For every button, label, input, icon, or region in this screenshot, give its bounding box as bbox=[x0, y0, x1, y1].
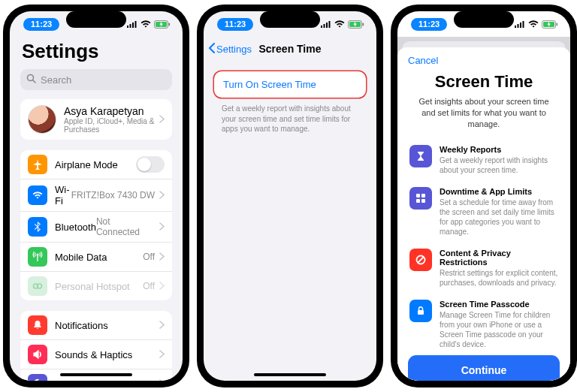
chevron-right-icon bbox=[159, 188, 165, 202]
wifi-icon bbox=[334, 20, 345, 28]
mobile-data-row[interactable]: Mobile Data Off bbox=[20, 243, 172, 272]
airplane-mode-row[interactable]: Airplane Mode bbox=[20, 150, 172, 179]
svg-rect-6 bbox=[169, 23, 171, 26]
nav-title: Screen Time bbox=[204, 43, 376, 55]
airplane-toggle[interactable] bbox=[136, 156, 165, 173]
svg-rect-0 bbox=[127, 26, 128, 28]
feature-title: Downtime & App Limits bbox=[440, 187, 558, 196]
wifi-label: Wi-Fi bbox=[55, 184, 71, 207]
nav-bar: Settings Screen Time bbox=[204, 37, 376, 61]
svg-rect-15 bbox=[324, 24, 325, 28]
svg-line-33 bbox=[418, 257, 424, 263]
svg-rect-1 bbox=[130, 24, 131, 28]
hotspot-label: Personal Hotspot bbox=[55, 281, 143, 292]
chevron-right-icon bbox=[159, 348, 165, 361]
svg-rect-2 bbox=[132, 23, 134, 28]
status-time: 11:23 bbox=[217, 18, 253, 31]
notch bbox=[454, 11, 514, 28]
bluetooth-icon bbox=[28, 217, 47, 237]
moon-icon bbox=[28, 374, 47, 381]
status-time: 11:23 bbox=[23, 18, 59, 31]
svg-line-8 bbox=[33, 80, 36, 83]
svg-rect-22 bbox=[518, 24, 519, 28]
svg-rect-21 bbox=[515, 26, 516, 28]
phone-screentime-setting: 11:23 Settings Screen Time Turn On Scree… bbox=[197, 5, 383, 387]
svg-rect-14 bbox=[321, 26, 322, 28]
chevron-right-icon bbox=[159, 318, 165, 332]
notch bbox=[66, 11, 126, 28]
svg-rect-30 bbox=[416, 199, 420, 203]
cancel-button[interactable]: Cancel bbox=[408, 55, 438, 66]
svg-rect-29 bbox=[421, 194, 425, 198]
notifications-label: Notifications bbox=[55, 320, 159, 331]
chevron-right-icon bbox=[159, 220, 165, 234]
airplane-label: Airplane Mode bbox=[55, 159, 136, 170]
profile-sub: Apple ID, iCloud+, Media & Purchases bbox=[64, 117, 159, 134]
avatar bbox=[28, 105, 56, 134]
sounds-row[interactable]: Sounds & Haptics bbox=[20, 340, 172, 369]
battery-icon bbox=[154, 20, 171, 29]
svg-rect-28 bbox=[416, 194, 420, 198]
svg-rect-24 bbox=[523, 21, 524, 28]
svg-rect-20 bbox=[363, 23, 364, 26]
bluetooth-label: Bluetooth bbox=[55, 222, 96, 233]
feature-desc: Manage Screen Time for children from you… bbox=[440, 310, 558, 349]
feature-downtime: Downtime & App LimitsSet a schedule for … bbox=[408, 181, 560, 243]
hotspot-value: Off bbox=[143, 281, 155, 291]
onboarding-sheet: Cancel Screen Time Get insights about yo… bbox=[397, 47, 570, 381]
feature-desc: Restrict settings for explicit content, … bbox=[440, 268, 558, 288]
search-icon bbox=[26, 74, 36, 86]
airplane-icon bbox=[28, 155, 47, 174]
search-input[interactable]: Search bbox=[20, 69, 172, 90]
sounds-label: Sounds & Haptics bbox=[55, 349, 159, 360]
chevron-right-icon bbox=[159, 377, 165, 381]
chevron-right-icon bbox=[159, 250, 165, 264]
svg-rect-17 bbox=[329, 21, 331, 28]
turn-on-screentime-button[interactable]: Turn On Screen Time bbox=[214, 71, 366, 98]
cellular-icon bbox=[127, 20, 137, 28]
home-indicator[interactable] bbox=[254, 373, 326, 376]
feature-desc: Set a schedule for time away from the sc… bbox=[440, 198, 558, 237]
feature-title: Weekly Reports bbox=[440, 145, 558, 154]
chevron-right-icon bbox=[159, 113, 165, 126]
svg-rect-34 bbox=[418, 310, 424, 315]
sheet-lead: Get insights about your screen time and … bbox=[408, 96, 560, 139]
caption-text: Get a weekly report with insights about … bbox=[211, 101, 369, 137]
search-placeholder: Search bbox=[41, 74, 71, 86]
feature-restrictions: Content & Privacy RestrictionsRestrict s… bbox=[408, 243, 560, 294]
mobile-value: Off bbox=[143, 252, 155, 262]
lock-icon bbox=[409, 300, 432, 322]
feature-passcode: Screen Time PasscodeManage Screen Time f… bbox=[408, 294, 560, 355]
bluetooth-value: Not Connected bbox=[96, 216, 155, 237]
bell-icon bbox=[28, 315, 47, 335]
continue-button[interactable]: Continue bbox=[408, 355, 560, 381]
focus-label: Focus bbox=[55, 378, 159, 381]
phone-screentime-sheet: 11:23 Cancel Screen Time Get insights ab… bbox=[391, 5, 577, 387]
speaker-icon bbox=[28, 345, 47, 364]
cellular-icon bbox=[321, 20, 331, 28]
apple-id-row[interactable]: Asya Karapetyan Apple ID, iCloud+, Media… bbox=[20, 99, 172, 140]
notifications-row[interactable]: Notifications bbox=[20, 311, 172, 340]
profile-name: Asya Karapetyan bbox=[64, 105, 159, 117]
home-indicator[interactable] bbox=[60, 373, 132, 376]
sheet-title: Screen Time bbox=[408, 72, 560, 92]
svg-rect-31 bbox=[421, 199, 425, 203]
mobile-label: Mobile Data bbox=[55, 252, 143, 263]
battery-icon bbox=[348, 20, 364, 29]
svg-rect-3 bbox=[135, 21, 137, 28]
feature-title: Content & Privacy Restrictions bbox=[440, 249, 558, 267]
bluetooth-row[interactable]: Bluetooth Not Connected bbox=[20, 212, 172, 243]
turn-on-label: Turn On Screen Time bbox=[223, 79, 316, 90]
hotspot-icon bbox=[28, 276, 47, 296]
page-title: Settings bbox=[17, 37, 175, 69]
feature-desc: Get a weekly report with insights about … bbox=[440, 155, 558, 175]
chevron-right-icon bbox=[159, 279, 165, 293]
antenna-icon bbox=[28, 247, 47, 267]
battery-icon bbox=[542, 20, 558, 29]
wifi-row[interactable]: Wi-Fi FRITZ!Box 7430 DW bbox=[20, 179, 172, 212]
svg-rect-23 bbox=[520, 23, 521, 28]
svg-rect-10 bbox=[37, 255, 38, 261]
svg-rect-27 bbox=[557, 23, 558, 26]
phone-settings: 11:23 Settings Search Asya bbox=[3, 5, 189, 387]
app-grid-icon bbox=[409, 187, 432, 210]
